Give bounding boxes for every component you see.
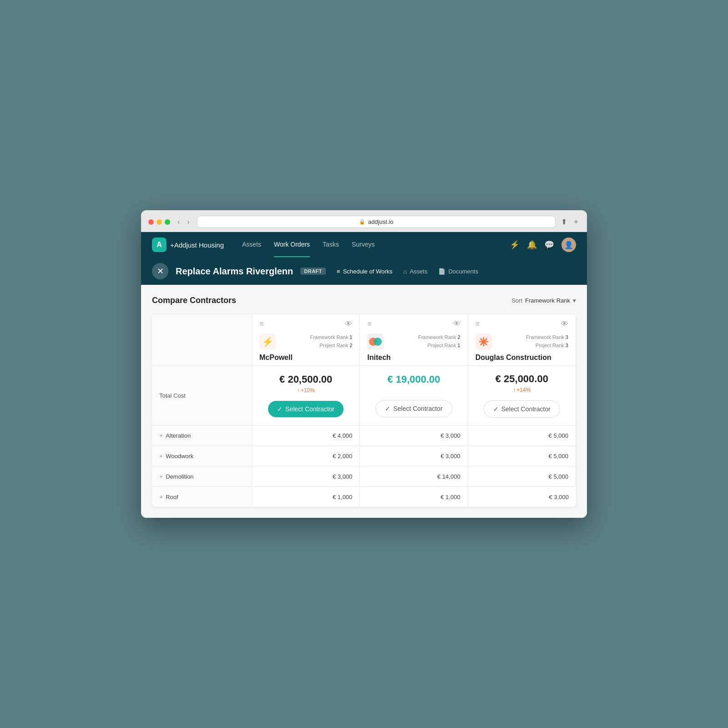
forward-button[interactable]: › (185, 217, 191, 227)
draft-badge: DRAFT (300, 268, 326, 275)
initech-roof-value: € 1,000 (360, 487, 468, 507)
woodwork-text: Woodwork (166, 453, 193, 460)
project-bar: ✕ Replace Alarms Riverglenn DRAFT ≡ Sche… (141, 258, 587, 285)
label-col-header (152, 314, 252, 366)
douglas-total-cost-cell: € 25,000.00 ↑ +14% ✓ Select Contractor (468, 366, 576, 425)
mcpowell-demolition-value: € 3,000 (252, 466, 360, 487)
browser-window: ‹ › 🔒 addjust.io ⬆ ＋ A +Addjust Housing … (141, 210, 587, 518)
minimize-button[interactable] (157, 219, 162, 225)
mcpowell-total-cost-cell: € 20,500.00 ↑ +10% ✓ Select Contractor (252, 366, 360, 425)
nav-work-orders[interactable]: Work Orders (274, 233, 310, 257)
initech-framework-rank-label: Framework Rank (418, 334, 458, 340)
douglas-select-check-icon: ✓ (493, 405, 499, 413)
assets-icon: ⌂ (404, 268, 407, 275)
lightning-icon[interactable]: ⚡ (510, 240, 520, 250)
initech-framework-rank: 2 (458, 334, 460, 340)
initech-alteration-value: € 3,000 (360, 425, 468, 446)
total-cost-label: Total Cost (152, 366, 252, 425)
initech-logo-svg (368, 334, 383, 349)
new-tab-button[interactable]: ＋ (572, 217, 580, 227)
nav-tasks[interactable]: Tasks (323, 233, 339, 257)
tab-documents[interactable]: 📄 Documents (438, 266, 478, 277)
tab-assets[interactable]: ⌂ Assets (404, 266, 428, 277)
bell-icon[interactable]: 🔔 (527, 240, 537, 250)
sort-dropdown[interactable]: ▾ (573, 297, 576, 304)
app-logo: A +Addjust Housing (152, 238, 224, 252)
contractor-col-initech: ≡ 👁 Framework Rank (360, 314, 468, 366)
mcpowell-framework-rank: 1 (349, 334, 352, 340)
douglas-project-rank: 3 (566, 343, 568, 348)
menu-icon-initech[interactable]: ≡ (367, 320, 371, 328)
compare-header: Compare Contractors Sort Framework Rank … (152, 296, 576, 305)
alteration-expand-icon[interactable]: + (159, 432, 163, 439)
douglas-rank-info: Framework Rank 3 Project Rank 3 (526, 334, 568, 349)
douglas-logo-svg (476, 334, 491, 349)
logo-icon: A (152, 238, 167, 252)
demolition-text: Demolition (166, 473, 193, 480)
documents-icon: 📄 (438, 268, 445, 275)
browser-actions: ⬆ ＋ (561, 217, 580, 227)
contractor-logo-initech (367, 334, 384, 350)
documents-label: Documents (448, 268, 478, 275)
maximize-button[interactable] (165, 219, 170, 225)
douglas-select-button[interactable]: ✓ Select Contractor (484, 400, 560, 418)
content-area: Compare Contractors Sort Framework Rank … (141, 285, 587, 518)
back-button[interactable]: ‹ (176, 217, 182, 227)
hide-icon-mcpowell[interactable]: 👁 (345, 320, 352, 328)
avatar[interactable]: 👤 (561, 238, 576, 252)
url-text: addjust.io (368, 218, 394, 225)
chat-icon[interactable]: 💬 (544, 240, 554, 250)
mcpowell-framework-rank-label: Framework Rank (310, 334, 349, 340)
roof-expand-icon[interactable]: + (159, 493, 163, 500)
mcpowell-select-button[interactable]: ✓ Select Contractor (268, 401, 344, 417)
project-tabs: ≡ Schedule of Works ⌂ Assets 📄 Documents (337, 266, 478, 277)
roof-text: Roof (166, 494, 178, 500)
initech-select-button[interactable]: ✓ Select Contractor (375, 400, 452, 417)
assets-label: Assets (410, 268, 427, 275)
nav-assets[interactable]: Assets (242, 233, 261, 257)
tab-schedule-of-works[interactable]: ≡ Schedule of Works (337, 266, 392, 277)
menu-icon-mcpowell[interactable]: ≡ (259, 320, 263, 328)
sort-label: Sort (511, 297, 522, 304)
initech-woodwork-value: € 3,000 (360, 446, 468, 466)
traffic-lights (148, 219, 170, 225)
mcpowell-select-label: Select Contractor (285, 405, 334, 413)
browser-chrome: ‹ › 🔒 addjust.io ⬆ ＋ (141, 210, 587, 232)
initech-select-label: Select Contractor (393, 405, 442, 412)
sort-area: Sort Framework Rank ▾ (511, 297, 576, 304)
initech-project-rank: 1 (458, 343, 460, 348)
logo-letter: A (157, 241, 162, 249)
contractor-col-mcpowell: ≡ 👁 ⚡ Framework Rank 1 Project Rank 2 (252, 314, 360, 366)
mcpowell-roof-value: € 1,000 (252, 487, 360, 507)
mcpowell-alteration-value: € 4,000 (252, 425, 360, 446)
nav-surveys[interactable]: Surveys (352, 233, 375, 257)
hide-icon-douglas[interactable]: 👁 (561, 320, 568, 328)
share-button[interactable]: ⬆ (561, 217, 567, 227)
project-title: Replace Alarms Riverglenn (176, 266, 293, 277)
nav-links: Assets Work Orders Tasks Surveys (242, 233, 510, 257)
woodwork-expand-icon[interactable]: + (159, 452, 163, 460)
demolition-expand-icon[interactable]: + (159, 473, 163, 480)
url-bar[interactable]: 🔒 addjust.io (197, 216, 556, 228)
mcpowell-cost-change-value: +10% (301, 387, 315, 394)
douglas-total-cost: € 25,000.00 (495, 373, 548, 385)
lock-icon: 🔒 (359, 219, 365, 225)
douglas-demolition-value: € 5,000 (468, 466, 576, 487)
douglas-cost-change: ↑ +14% (513, 387, 531, 393)
svg-point-1 (374, 338, 382, 346)
mcpowell-project-rank-label: Project Rank (319, 343, 349, 348)
nav-actions: ⚡ 🔔 💬 👤 (510, 238, 576, 252)
douglas-framework-rank: 3 (566, 334, 568, 340)
menu-icon-douglas[interactable]: ≡ (475, 320, 480, 328)
close-button[interactable] (148, 219, 154, 225)
demolition-label: + Demolition (152, 466, 252, 487)
douglas-cost-change-value: +14% (516, 387, 531, 393)
mcpowell-arrow-up-icon: ↑ (297, 387, 300, 394)
douglas-woodwork-value: € 5,000 (468, 446, 576, 466)
mcpowell-rank-info: Framework Rank 1 Project Rank 2 (310, 334, 352, 349)
mcpowell-select-check-icon: ✓ (277, 405, 283, 413)
douglas-arrow-up-icon: ↑ (513, 387, 516, 393)
initech-rank-info: Framework Rank 2 Project Rank 1 (418, 334, 460, 349)
hide-icon-initech[interactable]: 👁 (453, 320, 460, 328)
sort-value: Framework Rank (525, 297, 570, 304)
